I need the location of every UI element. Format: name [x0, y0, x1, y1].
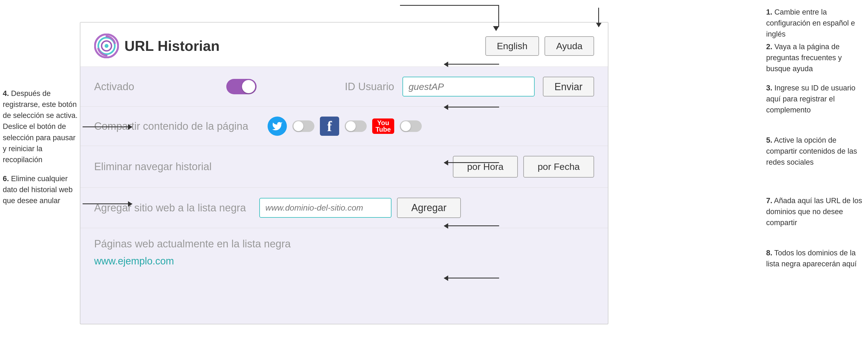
- blacklist-url[interactable]: www.ejemplo.com: [94, 255, 594, 267]
- ann1-label: 1. Cambie entre la configuración en espa…: [766, 8, 855, 38]
- plugin-box: URL Historian English Ayuda Activado ID …: [80, 22, 609, 324]
- logo-icon: [94, 34, 119, 58]
- social-label: Compartir contenido de la página: [94, 120, 248, 132]
- ann5-arrow: [444, 162, 499, 163]
- annotation-7: 7. Añada aquí las URL de los dominios qu…: [766, 195, 865, 228]
- enviar-button[interactable]: Enviar: [543, 77, 594, 97]
- social-icons: f YouTube: [268, 116, 422, 136]
- activated-toggle[interactable]: [226, 79, 256, 94]
- english-button[interactable]: English: [485, 36, 539, 56]
- annotation-2: 2. Vaya a la página de preguntas frecuen…: [766, 41, 865, 74]
- activated-section: Activado ID Usuario Enviar: [81, 67, 608, 107]
- annotation-4: 4. Después de registrarse, este botón de…: [3, 88, 80, 165]
- activated-label: Activado: [94, 81, 210, 93]
- ann7-label: 7. Añada aquí las URL de los dominios qu…: [766, 197, 862, 227]
- facebook-toggle[interactable]: [345, 120, 367, 132]
- ayuda-button[interactable]: Ayuda: [545, 36, 594, 56]
- ann2-label: 2. Vaya a la página de preguntas frecuen…: [766, 43, 842, 73]
- app-title: URL Historian: [124, 38, 220, 54]
- ann1-hline: [400, 5, 499, 6]
- id-usuario-input[interactable]: [402, 77, 535, 97]
- delete-section: Eliminar navegar historial por Hora por …: [81, 146, 608, 188]
- header-buttons: English Ayuda: [485, 36, 594, 56]
- ann5-label: 5. Active la opción de compartir conteni…: [766, 136, 857, 166]
- ann6-label: 6. Elimine cualquier dato del historial …: [3, 175, 73, 205]
- annotation-8: 8. Todos los dominios de la lista negra …: [766, 247, 865, 269]
- ann2-arrow: [444, 64, 499, 65]
- ann3-label: 3. Ingrese su ID de usuario aquí para re…: [766, 84, 855, 114]
- twitter-toggle[interactable]: [292, 120, 314, 132]
- por-hora-button[interactable]: por Hora: [453, 156, 518, 178]
- youtube-icon: YouTube: [372, 118, 394, 134]
- social-section: Compartir contenido de la página f YouTu…: [81, 107, 608, 146]
- blacklist-add-section: Agregar sitio web a la lista negra Agreg…: [81, 188, 608, 228]
- ann4-hline: [83, 127, 132, 127]
- youtube-toggle[interactable]: [400, 120, 422, 132]
- header-row: URL Historian English Ayuda: [81, 23, 608, 67]
- ann1-arrow: [598, 8, 599, 27]
- ann3-arrow: [444, 107, 499, 107]
- annotation-6: 6. Elimine cualquier dato del historial …: [3, 173, 80, 206]
- page-container: URL Historian English Ayuda Activado ID …: [0, 0, 868, 348]
- id-row: ID Usuario Enviar: [256, 77, 594, 97]
- ann7-arrow: [444, 225, 499, 226]
- agregar-button[interactable]: Agregar: [397, 198, 461, 218]
- ann4-label: 4. Después de registrarse, este botón de…: [3, 89, 78, 164]
- ann1-vline: [498, 5, 499, 27]
- annotation-5: 5. Active la opción de compartir conteni…: [766, 135, 865, 168]
- facebook-icon: f: [320, 116, 339, 136]
- delete-buttons: por Hora por Fecha: [212, 156, 594, 178]
- blacklist-display-section: Páginas web actualmente en la lista negr…: [81, 228, 608, 277]
- svg-point-3: [104, 44, 108, 48]
- ann6-arrowhead: [128, 201, 132, 207]
- ann8-label: 8. Todos los dominios de la lista negra …: [766, 249, 857, 268]
- ann1-arrowhead: [493, 26, 499, 31]
- blacklist-title: Páginas web actualmente en la lista negr…: [94, 238, 594, 250]
- annotation-1: 1. Cambie entre la configuración en espa…: [766, 7, 865, 40]
- annotation-3: 3. Ingrese su ID de usuario aquí para re…: [766, 82, 865, 115]
- ann4-arrowhead: [128, 124, 132, 130]
- por-fecha-button[interactable]: por Fecha: [523, 156, 594, 178]
- delete-label: Eliminar navegar historial: [94, 161, 212, 173]
- logo-area: URL Historian: [94, 34, 220, 58]
- ann6-hline: [83, 203, 132, 204]
- blacklist-input[interactable]: [259, 198, 392, 218]
- id-usuario-label: ID Usuario: [345, 81, 394, 93]
- ann8-arrow: [444, 278, 499, 278]
- twitter-icon: [268, 116, 287, 136]
